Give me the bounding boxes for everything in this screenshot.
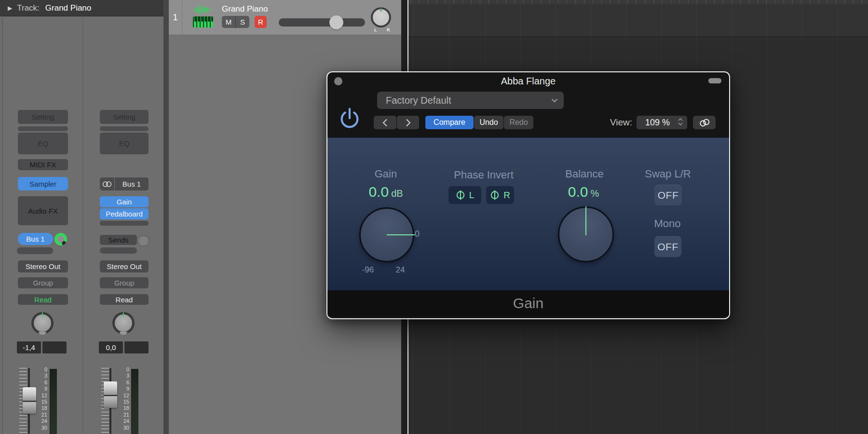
- balance-knob[interactable]: [558, 206, 614, 262]
- mono-toggle[interactable]: OFF: [654, 236, 681, 257]
- strip-b-pedalboard-plugin-slot[interactable]: Pedalboard: [100, 208, 149, 219]
- strip-b-send-knob[interactable]: [138, 235, 149, 246]
- strip-a-setting-button[interactable]: Setting: [18, 110, 68, 124]
- track-pan-knob[interactable]: [371, 7, 391, 27]
- solo-button[interactable]: S: [236, 16, 249, 28]
- plugin-footer: Gain: [327, 290, 729, 316]
- gain-label: Gain: [357, 168, 415, 180]
- balance-unit: %: [590, 188, 599, 199]
- strip-b-eq-button[interactable]: EQ: [100, 133, 149, 154]
- volume-slider-handle[interactable]: [329, 15, 343, 29]
- strip-b-group-button[interactable]: Group: [100, 277, 149, 288]
- inspector-panel: ▶ Track: Grand Piano Setting EQ MIDI FX …: [0, 0, 163, 434]
- strip-b-peak-display[interactable]: [124, 341, 149, 353]
- phase-icon: [490, 190, 500, 200]
- gain-value[interactable]: 0.0dB: [342, 184, 429, 200]
- redo-button[interactable]: Redo: [504, 116, 533, 129]
- close-button[interactable]: [334, 77, 342, 85]
- preset-dropdown[interactable]: Factory Default: [377, 92, 564, 109]
- chevron-right-icon: [406, 119, 411, 127]
- gain-max-label: 24: [391, 265, 410, 275]
- strip-a-automation-button[interactable]: Read: [18, 294, 68, 305]
- strip-a-eq-thumbnail-slot[interactable]: [18, 126, 68, 131]
- strip-a-fader-scale: 0369121518212430: [33, 366, 47, 431]
- view-zoom-value: 109 %: [645, 118, 670, 128]
- balance-value[interactable]: 0.0%: [540, 184, 627, 200]
- channel-strip-track: Setting EQ MIDI FX Sampler Audio FX Bus …: [4, 16, 82, 434]
- pan-right-label: R: [387, 27, 390, 32]
- gain-min-label: -96: [358, 265, 378, 275]
- swap-lr-toggle[interactable]: OFF: [654, 185, 682, 205]
- channel-strip-bus: Setting EQ Bus 1 Gain Pedalboard Sends S…: [84, 16, 163, 434]
- strip-a-peak-display[interactable]: [42, 341, 67, 353]
- plugin-editor-area: Gain 0.0dB 0 -96 24 Phase Invert L R Bal…: [327, 137, 729, 291]
- strip-a-audio-fx-slot[interactable]: Audio FX: [18, 196, 68, 225]
- prev-preset-button[interactable]: [374, 116, 396, 129]
- gain-unit: dB: [391, 188, 403, 199]
- stepper-chevrons-icon: [678, 118, 683, 125]
- strip-b-eq-thumbnail-slot[interactable]: [100, 126, 149, 131]
- view-zoom-stepper[interactable]: 109 %: [637, 116, 687, 129]
- strip-a-send-knob[interactable]: [54, 233, 67, 245]
- link-button[interactable]: [693, 116, 716, 129]
- plugin-title: Abba Flange: [327, 72, 729, 90]
- strip-b-insert-slot[interactable]: [100, 221, 149, 226]
- phase-invert-left-button[interactable]: L: [448, 186, 481, 204]
- strip-b-fader-scale: 0369121518212430: [115, 366, 129, 431]
- strip-b-volume-display[interactable]: 0,0: [99, 341, 123, 353]
- power-button-icon[interactable]: [339, 107, 361, 129]
- strip-a-midi-fx-slot[interactable]: MIDI FX: [18, 159, 68, 170]
- strip-a-bus-send-button[interactable]: Bus 1: [18, 233, 53, 245]
- strip-b-gain-plugin-slot[interactable]: Gain: [100, 196, 149, 207]
- strip-b-pan-knob[interactable]: [112, 312, 135, 334]
- piano-keys-icon: [193, 16, 213, 27]
- swap-lr-label: Swap L/R: [624, 168, 711, 180]
- track-inspector-header[interactable]: ▶ Track: Grand Piano: [0, 0, 163, 16]
- strip-a-pan-knob[interactable]: [31, 312, 54, 334]
- strip-b-setting-button[interactable]: Setting: [100, 110, 149, 124]
- waveform-icon: [194, 5, 210, 14]
- plugin-titlebar[interactable]: Abba Flange: [327, 72, 729, 90]
- chevron-left-icon: [382, 119, 388, 127]
- strip-b-send-slot[interactable]: [100, 247, 137, 254]
- strip-a-group-button[interactable]: Group: [18, 277, 68, 288]
- gain-knob[interactable]: [359, 207, 414, 262]
- minimize-pill-button[interactable]: [708, 78, 721, 83]
- strip-divider: [82, 16, 83, 434]
- strip-b-input-button[interactable]: Bus 1: [115, 177, 149, 190]
- phase-invert-label: Phase Invert: [440, 169, 527, 181]
- next-preset-button[interactable]: [397, 116, 419, 129]
- undo-button[interactable]: Undo: [474, 116, 503, 129]
- strip-b-output-button[interactable]: Stereo Out: [100, 260, 149, 272]
- phase-invert-right-button[interactable]: R: [486, 186, 514, 204]
- mute-button[interactable]: M: [222, 16, 236, 28]
- preset-name: Factory Default: [386, 95, 451, 106]
- phase-left-letter: L: [469, 190, 475, 201]
- track-lane[interactable]: [408, 4, 868, 37]
- stereo-circles-icon: [102, 181, 112, 188]
- record-enable-button[interactable]: R: [255, 16, 267, 28]
- strip-a-level-meter: [50, 369, 57, 434]
- strip-b-stereo-format-button[interactable]: [100, 177, 114, 190]
- gain-zero-label: 0: [407, 229, 427, 239]
- strip-a-eq-button[interactable]: EQ: [18, 133, 68, 154]
- strip-b-level-meter: [131, 369, 138, 434]
- plugin-footer-name: Gain: [513, 295, 543, 312]
- strip-a-send-slot[interactable]: [17, 247, 53, 254]
- strip-a-output-button[interactable]: Stereo Out: [18, 260, 68, 272]
- track-number: 1: [169, 0, 182, 35]
- strip-a-volume-display[interactable]: -1,4: [17, 341, 41, 353]
- balance-label: Balance: [541, 168, 628, 180]
- track-header-row[interactable]: 1 Grand Piano M S R L R: [169, 0, 401, 35]
- track-name[interactable]: Grand Piano: [222, 4, 268, 14]
- pan-left-label: L: [374, 27, 377, 32]
- disclosure-triangle-icon[interactable]: ▶: [8, 5, 12, 12]
- chevron-down-icon: [551, 98, 558, 103]
- compare-button[interactable]: Compare: [425, 116, 474, 129]
- strip-b-sends-button[interactable]: Sends: [100, 235, 137, 245]
- volume-slider-track[interactable]: [279, 18, 365, 27]
- mute-solo-group: M S: [222, 16, 249, 28]
- strip-b-automation-button[interactable]: Read: [100, 294, 149, 305]
- phase-icon: [456, 190, 465, 200]
- strip-a-sampler-slot[interactable]: Sampler: [18, 177, 68, 190]
